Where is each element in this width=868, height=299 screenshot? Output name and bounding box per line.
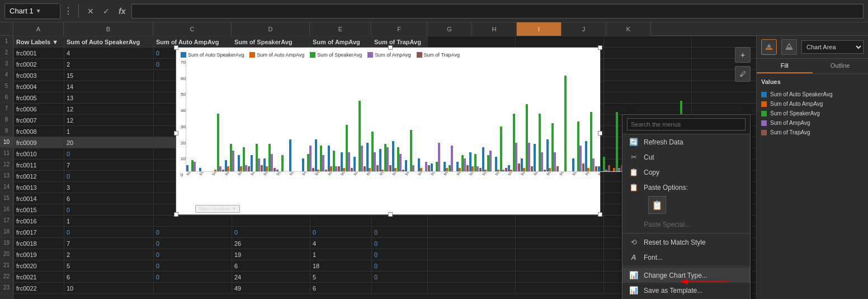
resize-handle-bc[interactable]: [388, 212, 393, 217]
ctx-refresh-data[interactable]: 🔄 Refresh Data: [622, 134, 750, 150]
col-header-f[interactable]: F: [371, 22, 427, 36]
bar-group: [238, 147, 250, 171]
bar-group: [199, 168, 211, 171]
format-legend-title: Values: [757, 74, 868, 90]
col-header-e[interactable]: E: [310, 22, 371, 36]
row-num-13: 13: [0, 170, 13, 181]
chart-bar: [381, 170, 384, 171]
legend-color-2: [761, 111, 767, 116]
cell-d1[interactable]: Sum of SpeakerAvg: [232, 36, 310, 48]
confirm-icon[interactable]: ✓: [100, 6, 112, 17]
ctx-font[interactable]: A Font...: [622, 250, 750, 265]
cell-a2[interactable]: frc0001: [14, 48, 64, 59]
chart-bar: [341, 152, 343, 171]
bar-group: [212, 114, 224, 171]
col-header-a[interactable]: A: [13, 22, 64, 36]
formula-bar[interactable]: [131, 4, 864, 18]
resize-handle-br[interactable]: [598, 212, 602, 217]
col-header-k[interactable]: K: [606, 22, 651, 36]
cell-g1: [428, 36, 516, 48]
legend-auto-amp: Sum of Auto AmpAvg: [249, 52, 304, 58]
resize-handle-tl[interactable]: [174, 45, 178, 50]
ctx-copy[interactable]: 📋 Copy: [622, 165, 750, 180]
red-arrow-indicator: [677, 278, 733, 286]
chart-bar: [577, 122, 579, 171]
cell-a3[interactable]: frc0002: [14, 59, 64, 70]
tab-fill[interactable]: Fill: [757, 59, 813, 73]
resize-handle-mr[interactable]: [598, 131, 602, 136]
resize-handle-tr[interactable]: [598, 45, 602, 50]
cut-icon: ✂: [629, 153, 638, 161]
row-num-23: 23: [0, 282, 13, 293]
col-header-c[interactable]: C: [153, 22, 232, 36]
legend-label-1: Sum of Auto AmpAvg: [770, 101, 823, 107]
chart-bar: [551, 123, 554, 171]
legend-entry-2: Sum of SpeakerAvg: [761, 109, 864, 118]
formula-icon[interactable]: fx: [116, 6, 128, 17]
tab-outline[interactable]: Outline: [813, 59, 869, 73]
chart-bar: [412, 165, 414, 171]
chart-inner: Sum of Auto SpeakerAvg Sum of Auto AmpAv…: [176, 48, 600, 214]
resize-handle-bl[interactable]: [174, 212, 178, 217]
bar-group: [263, 144, 276, 171]
chart-bar: [325, 170, 327, 171]
context-menu: 🔄 Refresh Data ✂ Cut 📋 Copy 📋 Paste Opti…: [622, 114, 751, 299]
ctx-reset-style[interactable]: ⟲ Reset to Match Style: [622, 235, 750, 250]
cell-c1[interactable]: Sum of Auto AmpAvg: [154, 36, 232, 48]
outline-icon-btn[interactable]: [781, 39, 797, 55]
resize-handle-tc[interactable]: [388, 45, 393, 50]
chart-bar: [346, 125, 348, 171]
cell-b1[interactable]: Sum of Auto SpeakerAvg: [64, 36, 154, 48]
filter-button-side[interactable]: 🖊: [735, 66, 751, 82]
cell-a1[interactable]: Row Labels ▼: [14, 36, 64, 48]
format-legend-list: Sum of Auto SpeakerAvg Sum of Auto AmpAv…: [757, 90, 868, 137]
filter-button[interactable]: Team Number ▼: [195, 204, 240, 212]
chart-bar: [369, 168, 371, 171]
cell-h1: [516, 36, 603, 48]
chart-bar: [225, 160, 227, 171]
cells-area: Row Labels ▼ Sum of Auto SpeakerAvg Sum …: [13, 36, 868, 299]
ctx-paste-options[interactable]: 📋 Paste Options:: [622, 180, 750, 195]
col-header-d[interactable]: D: [232, 22, 310, 36]
col-header-g[interactable]: G: [427, 22, 472, 36]
fill-icon-btn[interactable]: [761, 39, 777, 55]
more-options-icon[interactable]: ⋮: [64, 6, 73, 16]
ctx-paste-icon-btn[interactable]: 📋: [648, 196, 666, 214]
chart-bar: [444, 162, 446, 171]
col-header-i[interactable]: I: [517, 22, 562, 36]
col-header-b[interactable]: B: [64, 22, 153, 36]
chart-bar: [374, 152, 376, 171]
col-header-h[interactable]: H: [472, 22, 517, 36]
legend-color-speaker: [310, 52, 315, 58]
bar-group: [444, 146, 456, 171]
search-input[interactable]: [627, 118, 746, 130]
legend-entry-3: Sum of AmpAvg: [761, 118, 864, 128]
ctx-sep-2: [622, 266, 750, 267]
add-element-button[interactable]: +: [735, 47, 751, 63]
save-template-icon: 📊: [629, 286, 638, 295]
row-num-14: 14: [0, 181, 13, 193]
cell-e1[interactable]: Sum of AmpAvg: [310, 36, 372, 48]
resize-handle-ml[interactable]: [174, 131, 178, 136]
chart-bar: [379, 149, 381, 171]
cancel-icon[interactable]: ✕: [84, 6, 97, 17]
chart-bar: [328, 146, 330, 171]
chart-name-box[interactable]: Chart 1 ▼: [4, 3, 60, 19]
chart-name-chevron[interactable]: ▼: [36, 8, 41, 14]
chart-bar: [402, 170, 404, 171]
chart-bar: [214, 170, 216, 171]
chart-area-select[interactable]: Chart Area Plot Area Chart Title: [801, 40, 864, 54]
ctx-cut[interactable]: ✂ Cut: [622, 150, 750, 165]
row-num-20: 20: [0, 249, 13, 260]
chart-bar: [243, 147, 245, 171]
sheet-container: A B C D E F G H I J K 1 2 3 4 5 6 7 8 9 …: [0, 22, 868, 299]
chart-bar: [338, 166, 340, 171]
cell-f1[interactable]: Sum of TrapAvg: [372, 36, 428, 48]
col-header-j[interactable]: J: [562, 22, 606, 36]
legend-color-amp: [367, 52, 373, 58]
chart-bar: [513, 114, 515, 171]
chart-bar: [534, 144, 536, 171]
row-num-7: 7: [0, 103, 13, 114]
row-num-11: 11: [0, 148, 13, 159]
bar-group: [276, 155, 289, 171]
